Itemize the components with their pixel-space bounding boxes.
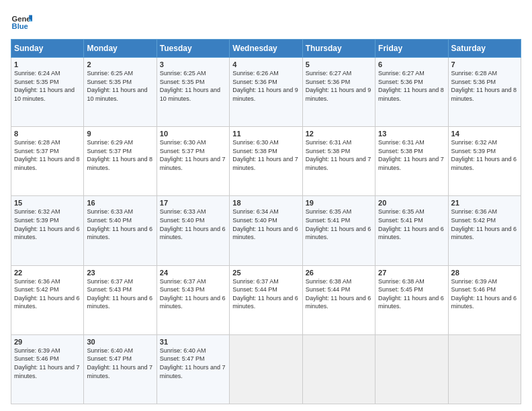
calendar-cell: 24Sunrise: 6:37 AMSunset: 5:43 PMDayligh…: [157, 265, 229, 334]
calendar-cell: 3Sunrise: 6:25 AMSunset: 5:35 PMDaylight…: [157, 58, 229, 127]
calendar-page: General Blue SundayMondayTuesdayWednesda…: [0, 0, 532, 411]
day-number: 1: [14, 60, 81, 68]
calendar-cell: [230, 334, 302, 404]
calendar-cell: 31Sunrise: 6:40 AMSunset: 5:47 PMDayligh…: [157, 334, 229, 404]
day-number: 23: [87, 269, 153, 277]
col-header-monday: Monday: [84, 40, 157, 58]
logo-icon: General Blue: [11, 11, 32, 32]
day-info: Sunrise: 6:24 AMSunset: 5:35 PMDaylight:…: [14, 70, 75, 102]
day-number: 12: [306, 130, 372, 138]
calendar-cell: 23Sunrise: 6:37 AMSunset: 5:43 PMDayligh…: [84, 265, 157, 334]
calendar-cell: 18Sunrise: 6:34 AMSunset: 5:40 PMDayligh…: [230, 196, 302, 265]
day-info: Sunrise: 6:36 AMSunset: 5:42 PMDaylight:…: [451, 208, 517, 240]
col-header-tuesday: Tuesday: [157, 40, 229, 58]
day-info: Sunrise: 6:25 AMSunset: 5:35 PMDaylight:…: [160, 70, 220, 102]
calendar-cell: 30Sunrise: 6:40 AMSunset: 5:47 PMDayligh…: [84, 334, 157, 404]
day-info: Sunrise: 6:31 AMSunset: 5:38 PMDaylight:…: [306, 139, 371, 171]
day-info: Sunrise: 6:39 AMSunset: 5:46 PMDaylight:…: [14, 347, 80, 379]
day-number: 15: [14, 199, 81, 207]
day-number: 24: [160, 269, 226, 277]
week-row-3: 15Sunrise: 6:32 AMSunset: 5:39 PMDayligh…: [11, 196, 521, 265]
week-row-2: 8Sunrise: 6:28 AMSunset: 5:37 PMDaylight…: [11, 127, 521, 196]
day-info: Sunrise: 6:40 AMSunset: 5:47 PMDaylight:…: [160, 347, 226, 379]
day-number: 22: [14, 269, 81, 277]
day-info: Sunrise: 6:33 AMSunset: 5:40 PMDaylight:…: [160, 208, 226, 240]
calendar-cell: 14Sunrise: 6:32 AMSunset: 5:39 PMDayligh…: [448, 127, 521, 196]
day-info: Sunrise: 6:33 AMSunset: 5:40 PMDaylight:…: [87, 208, 152, 240]
day-number: 6: [378, 60, 445, 68]
calendar-cell: 10Sunrise: 6:30 AMSunset: 5:37 PMDayligh…: [157, 127, 229, 196]
svg-text:Blue: Blue: [12, 22, 28, 30]
day-number: 5: [306, 60, 372, 68]
day-info: Sunrise: 6:29 AMSunset: 5:37 PMDaylight:…: [87, 139, 152, 171]
day-info: Sunrise: 6:37 AMSunset: 5:44 PMDaylight:…: [232, 278, 298, 310]
day-info: Sunrise: 6:40 AMSunset: 5:47 PMDaylight:…: [87, 347, 152, 379]
day-info: Sunrise: 6:37 AMSunset: 5:43 PMDaylight:…: [160, 278, 226, 310]
day-info: Sunrise: 6:31 AMSunset: 5:38 PMDaylight:…: [378, 139, 444, 171]
day-number: 21: [451, 199, 518, 207]
day-number: 14: [451, 130, 518, 138]
calendar-cell: [448, 334, 521, 404]
calendar-cell: 19Sunrise: 6:35 AMSunset: 5:41 PMDayligh…: [302, 196, 375, 265]
calendar-cell: 4Sunrise: 6:26 AMSunset: 5:36 PMDaylight…: [230, 58, 302, 127]
calendar-cell: 26Sunrise: 6:38 AMSunset: 5:44 PMDayligh…: [302, 265, 375, 334]
day-info: Sunrise: 6:26 AMSunset: 5:36 PMDaylight:…: [232, 70, 298, 102]
day-number: 28: [451, 269, 518, 277]
calendar-cell: 13Sunrise: 6:31 AMSunset: 5:38 PMDayligh…: [375, 127, 448, 196]
calendar-table: SundayMondayTuesdayWednesdayThursdayFrid…: [11, 39, 521, 404]
calendar-cell: 28Sunrise: 6:39 AMSunset: 5:46 PMDayligh…: [448, 265, 521, 334]
day-number: 31: [160, 338, 226, 346]
day-info: Sunrise: 6:38 AMSunset: 5:44 PMDaylight:…: [306, 278, 371, 310]
day-info: Sunrise: 6:34 AMSunset: 5:40 PMDaylight:…: [232, 208, 298, 240]
calendar-cell: [375, 334, 448, 404]
day-info: Sunrise: 6:35 AMSunset: 5:41 PMDaylight:…: [306, 208, 371, 240]
day-info: Sunrise: 6:25 AMSunset: 5:35 PMDaylight:…: [87, 70, 147, 102]
day-number: 11: [232, 130, 299, 138]
day-number: 20: [378, 199, 445, 207]
header-row: SundayMondayTuesdayWednesdayThursdayFrid…: [11, 40, 521, 58]
week-row-5: 29Sunrise: 6:39 AMSunset: 5:46 PMDayligh…: [11, 334, 521, 404]
calendar-cell: [302, 334, 375, 404]
week-row-1: 1Sunrise: 6:24 AMSunset: 5:35 PMDaylight…: [11, 58, 521, 127]
week-row-4: 22Sunrise: 6:36 AMSunset: 5:42 PMDayligh…: [11, 265, 521, 334]
day-number: 17: [160, 199, 226, 207]
col-header-thursday: Thursday: [302, 40, 375, 58]
day-number: 16: [87, 199, 153, 207]
day-number: 9: [87, 130, 153, 138]
day-number: 19: [306, 199, 372, 207]
calendar-cell: 11Sunrise: 6:30 AMSunset: 5:38 PMDayligh…: [230, 127, 302, 196]
day-info: Sunrise: 6:28 AMSunset: 5:37 PMDaylight:…: [14, 139, 80, 171]
day-number: 26: [306, 269, 372, 277]
calendar-cell: 7Sunrise: 6:28 AMSunset: 5:36 PMDaylight…: [448, 58, 521, 127]
calendar-cell: 21Sunrise: 6:36 AMSunset: 5:42 PMDayligh…: [448, 196, 521, 265]
day-info: Sunrise: 6:36 AMSunset: 5:42 PMDaylight:…: [14, 278, 80, 310]
col-header-wednesday: Wednesday: [230, 40, 302, 58]
day-info: Sunrise: 6:28 AMSunset: 5:36 PMDaylight:…: [451, 70, 517, 102]
day-info: Sunrise: 6:37 AMSunset: 5:43 PMDaylight:…: [87, 278, 152, 310]
calendar-cell: 29Sunrise: 6:39 AMSunset: 5:46 PMDayligh…: [11, 334, 84, 404]
day-number: 3: [160, 60, 226, 68]
day-info: Sunrise: 6:32 AMSunset: 5:39 PMDaylight:…: [451, 139, 517, 171]
day-number: 7: [451, 60, 518, 68]
calendar-cell: 16Sunrise: 6:33 AMSunset: 5:40 PMDayligh…: [84, 196, 157, 265]
day-info: Sunrise: 6:30 AMSunset: 5:38 PMDaylight:…: [232, 139, 298, 171]
day-number: 8: [14, 130, 81, 138]
day-info: Sunrise: 6:32 AMSunset: 5:39 PMDaylight:…: [14, 208, 80, 240]
calendar-cell: 6Sunrise: 6:27 AMSunset: 5:36 PMDaylight…: [375, 58, 448, 127]
day-number: 4: [232, 60, 299, 68]
calendar-cell: 2Sunrise: 6:25 AMSunset: 5:35 PMDaylight…: [84, 58, 157, 127]
calendar-cell: 9Sunrise: 6:29 AMSunset: 5:37 PMDaylight…: [84, 127, 157, 196]
day-number: 18: [232, 199, 299, 207]
calendar-cell: 12Sunrise: 6:31 AMSunset: 5:38 PMDayligh…: [302, 127, 375, 196]
calendar-cell: 20Sunrise: 6:35 AMSunset: 5:41 PMDayligh…: [375, 196, 448, 265]
day-number: 10: [160, 130, 226, 138]
day-info: Sunrise: 6:30 AMSunset: 5:37 PMDaylight:…: [160, 139, 226, 171]
calendar-cell: 5Sunrise: 6:27 AMSunset: 5:36 PMDaylight…: [302, 58, 375, 127]
calendar-cell: 1Sunrise: 6:24 AMSunset: 5:35 PMDaylight…: [11, 58, 84, 127]
day-number: 29: [14, 338, 81, 346]
calendar-cell: 17Sunrise: 6:33 AMSunset: 5:40 PMDayligh…: [157, 196, 229, 265]
day-number: 25: [232, 269, 299, 277]
calendar-cell: 15Sunrise: 6:32 AMSunset: 5:39 PMDayligh…: [11, 196, 84, 265]
header: General Blue: [11, 11, 521, 32]
col-header-saturday: Saturday: [448, 40, 521, 58]
